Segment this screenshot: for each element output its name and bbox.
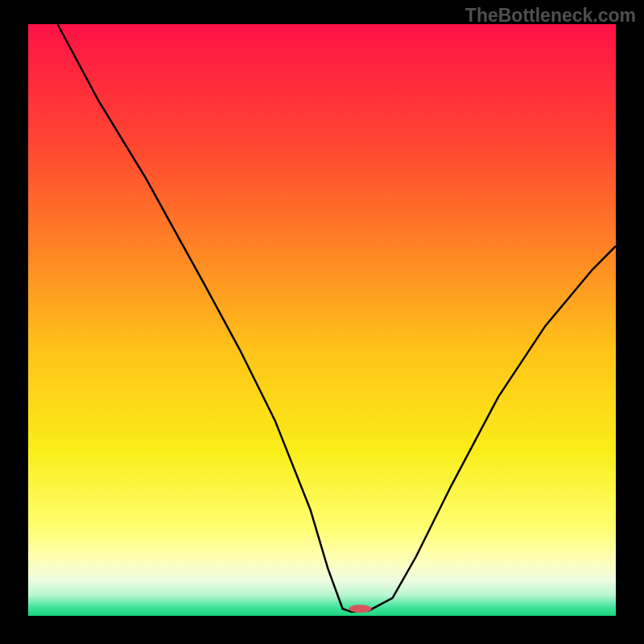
watermark-text: TheBottleneck.com xyxy=(465,5,636,27)
plot-background xyxy=(28,24,616,616)
chart-container: TheBottleneck.com xyxy=(0,0,644,644)
optimal-marker xyxy=(349,605,371,613)
chart-svg xyxy=(0,0,644,644)
